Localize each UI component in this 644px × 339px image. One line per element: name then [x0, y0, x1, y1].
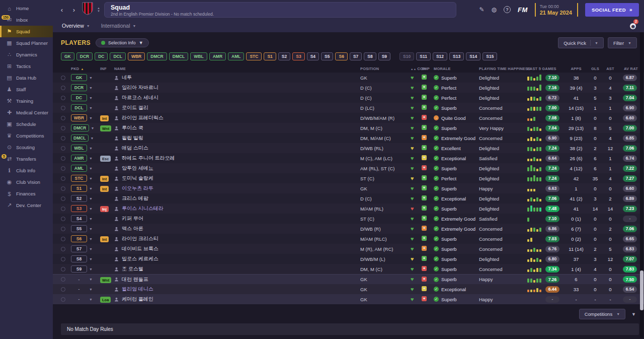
position-badge[interactable]: WBL — [71, 145, 87, 152]
position-badge[interactable]: S4 — [71, 215, 87, 222]
chevron-down-icon[interactable]: ▼ — [89, 257, 93, 261]
player-row[interactable]: S3▼Inj루이스 시니스테라M/AM (RL)♥✓SuperbDelighte… — [53, 204, 644, 214]
sidebar-item-squad-planner[interactable]: ▦Squad Planner — [0, 37, 53, 49]
player-name-cell[interactable]: 마르코스 세네시 — [114, 94, 360, 101]
chevron-down-icon[interactable]: ▼ — [91, 137, 94, 140]
chevron-down-icon[interactable]: ▼ — [89, 96, 93, 100]
social-feed-button[interactable]: SOCIAL FEED » — [585, 3, 639, 17]
sidebar-item-dynamics[interactable]: ∴Dynamics — [0, 49, 53, 60]
player-name-cell[interactable]: 일리아 자바르니 — [114, 84, 360, 91]
chevron-down-icon[interactable]: ▼ — [89, 86, 93, 90]
chevron-down-icon[interactable]: ▼ — [89, 217, 93, 221]
player-row[interactable]: -▼윌리엄 데니스GK♥✓Exceptional6.4433006.54 — [53, 284, 644, 294]
player-name-cell[interactable]: 로이드 켈리 — [114, 104, 360, 111]
position-badge[interactable]: GK — [71, 74, 87, 81]
position-badge[interactable]: - — [71, 296, 87, 303]
manager-avatar-wrap[interactable]: ☻ 2 — [630, 21, 636, 30]
player-name-cell[interactable]: 케머런 플레인 — [114, 296, 360, 303]
player-name-cell[interactable]: 밀로스 케르케스 — [114, 255, 360, 262]
row-select-circle[interactable] — [61, 106, 65, 110]
chevron-down-icon[interactable]: ▼ — [89, 278, 93, 281]
position-chip-s9[interactable]: S9 — [378, 52, 390, 60]
player-name[interactable]: 데이비드 브룩스 — [122, 245, 158, 252]
chevron-down-icon[interactable]: ▼ — [89, 177, 93, 180]
player-row[interactable]: STC▼Int도미닉 솔랑케ST (C)♥✓PerfectDelighted7.… — [53, 173, 644, 183]
player-name-cell[interactable]: 루이스 시니스테라 — [114, 205, 360, 212]
player-name[interactable]: 루이스 쿡 — [122, 124, 143, 131]
position-chip-dc[interactable]: DC — [95, 52, 108, 60]
row-select-circle[interactable] — [61, 247, 65, 251]
player-row[interactable]: S2▼크리스 메팜D (C)♥✓ExceptionalDelighted7.06… — [53, 193, 644, 204]
collapse-chevron-icon[interactable]: ▼ — [631, 312, 636, 317]
position-badge[interactable]: S8 — [71, 255, 87, 262]
col-apps[interactable]: APPS — [565, 66, 588, 71]
player-row[interactable]: S6▼Int라이언 크리스티M/AM (RLC)♥✓SuperbConcerne… — [53, 234, 644, 244]
chevron-down-icon[interactable]: ▼ — [89, 298, 93, 301]
selection-info-dropdown[interactable]: Selection Info ▼ — [96, 38, 148, 47]
row-select-circle[interactable] — [61, 267, 65, 272]
player-name[interactable]: 루이스 시니스테라 — [122, 205, 164, 212]
player-name[interactable]: 윌리엄 데니스 — [122, 286, 153, 293]
chevron-down-icon[interactable]: ▼ — [89, 288, 93, 291]
chevron-down-icon[interactable]: ▼ — [89, 167, 93, 170]
sidebar-item-medical-center[interactable]: ✚Medical Center — [0, 107, 53, 118]
back-button[interactable]: ‹ — [58, 6, 66, 14]
player-name-cell[interactable]: 도미닉 솔랑케 — [114, 175, 360, 182]
fm-logo[interactable]: FM — [518, 6, 528, 14]
filter-button[interactable]: Filter ▼ — [608, 37, 637, 48]
date-box[interactable]: Tue 00:00 21 May 2024 — [535, 3, 578, 17]
position-chip-s14[interactable]: S14 — [466, 52, 480, 60]
row-select-circle[interactable] — [61, 277, 65, 282]
chevron-down-icon[interactable]: ▼ — [89, 187, 93, 190]
position-chip-s13[interactable]: S13 — [449, 52, 464, 60]
player-name[interactable]: 조 로스웰 — [122, 265, 143, 273]
row-select-circle[interactable] — [61, 176, 65, 181]
player-name-cell[interactable]: 앙투안 세메뇨 — [114, 165, 360, 172]
sidebar-item-data-hub[interactable]: ▤Data Hub — [0, 72, 53, 84]
position-chip-wbr[interactable]: WBR — [128, 52, 145, 60]
player-row[interactable]: S1▼Int이오누츠 라두GK♥✓SuperbHappy6.631006.60 — [53, 183, 644, 193]
chevron-down-icon[interactable]: ▼ — [91, 126, 95, 130]
chevron-down-icon[interactable]: ▼ — [89, 147, 93, 150]
player-name[interactable]: 키퍼 무어 — [122, 215, 143, 222]
row-select-circle[interactable] — [61, 126, 65, 130]
player-name[interactable]: 하메드 주니어 트라오레 — [122, 155, 175, 162]
position-chip-s6[interactable]: S6 — [335, 52, 347, 60]
position-chip-amr[interactable]: AMR — [209, 52, 226, 60]
tab-international[interactable]: International ▼ — [101, 23, 136, 29]
player-name-cell[interactable]: 맥스 아론 — [114, 225, 360, 232]
position-badge[interactable]: DC — [71, 94, 87, 101]
chevron-down-icon[interactable]: ▼ — [89, 197, 93, 200]
row-select-circle[interactable] — [61, 96, 65, 100]
position-badge[interactable]: DCR — [71, 84, 87, 91]
col-name[interactable]: NAME — [114, 66, 360, 71]
chevron-down-icon[interactable]: ▼ — [89, 247, 93, 251]
player-row[interactable]: S8▼밀로스 케르케스D/WB/M (L)♥✓SuperbDelighted6.… — [53, 254, 644, 264]
position-chip-s3[interactable]: S3 — [292, 52, 304, 60]
sidebar-item-staff[interactable]: ♟Staff — [0, 84, 53, 95]
player-name[interactable]: 밀로스 케르케스 — [122, 255, 158, 262]
club-switcher[interactable]: ▲▼ — [97, 7, 100, 13]
player-row[interactable]: S7▼데이비드 브룩스M (R), AM (RC)♥✓SuperbConcern… — [53, 244, 644, 254]
player-row[interactable]: AML▼앙투안 세메뇨AM (RL), ST (C)♥✓SuperbDeligh… — [53, 163, 644, 173]
sidebar-item-finances[interactable]: $Finances — [0, 188, 53, 199]
col-pkd[interactable]: PKD▲ — [71, 66, 100, 71]
player-name-cell[interactable]: 윌리엄 데니스 — [114, 286, 360, 293]
club-crest[interactable] — [82, 2, 93, 17]
row-select-circle[interactable] — [61, 297, 65, 302]
position-badge[interactable]: AMR — [71, 155, 87, 162]
player-name[interactable]: 마르코스 세네시 — [122, 94, 158, 101]
chevron-down-icon[interactable]: ▼ — [89, 267, 93, 271]
col-shp[interactable]: SHP — [422, 66, 434, 71]
position-chip-aml[interactable]: AML — [228, 52, 244, 60]
position-badge[interactable]: - — [71, 286, 87, 293]
player-name-cell[interactable]: 애덤 스미스 — [114, 145, 360, 152]
chevron-down-icon[interactable]: ▼ — [89, 76, 93, 80]
position-chip-dcl[interactable]: DCL — [110, 52, 125, 60]
position-chip-gk[interactable]: GK — [61, 52, 74, 60]
chevron-down-icon[interactable]: ▼ — [89, 227, 93, 231]
player-row[interactable]: WBL▼애덤 스미스D/WB (RL)♥✓ExcellentDelighted7… — [53, 143, 644, 153]
player-name-cell[interactable]: 크리스 메팜 — [114, 195, 360, 202]
position-badge[interactable]: S5 — [71, 225, 87, 232]
row-select-circle[interactable] — [61, 116, 65, 120]
